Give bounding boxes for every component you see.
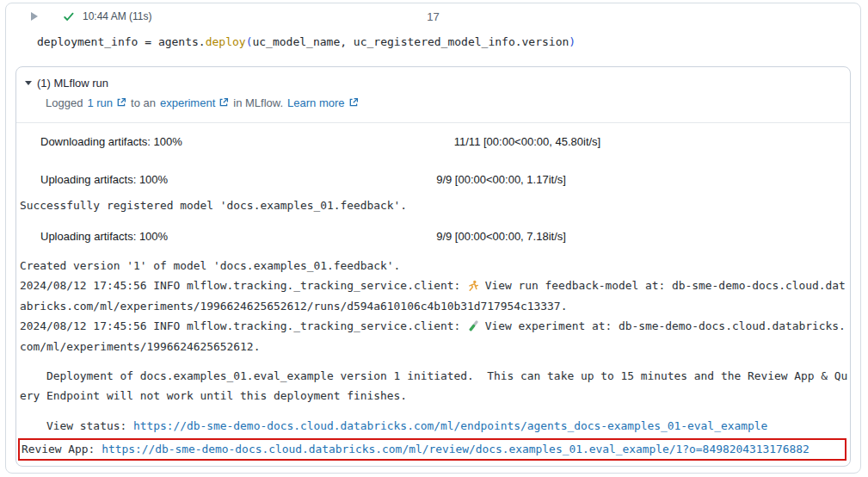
view-status-label: View status: xyxy=(20,419,133,432)
log-line-registered: Successfully registered model 'docs.exam… xyxy=(20,196,850,215)
progress-row-uploading-1: Uploading artifacts: 100% 9/9 [00:00<00:… xyxy=(40,170,850,188)
log-output-block: Created version '1' of model 'docs.examp… xyxy=(20,257,850,356)
to-an-text: to an xyxy=(131,96,156,109)
review-app-url-link[interactable]: https://db-sme-demo-docs.cloud.databrick… xyxy=(102,443,810,455)
log-deployment-message: Deployment of docs.examples_01.eval_exam… xyxy=(20,367,850,406)
test-tube-emoji xyxy=(467,319,478,338)
progress-label: Uploading artifacts: 100% xyxy=(40,173,168,186)
cell-header: 10:44 AM (11s) 17 xyxy=(6,3,860,29)
progress-row-downloading: Downloading artifacts: 100% 11/11 [00:00… xyxy=(40,133,850,150)
progress-label: Uploading artifacts: 100% xyxy=(40,230,168,243)
progress-stats: 9/9 [00:00<00:00, 7.18it/s] xyxy=(436,230,566,243)
notebook-cell: 10:44 AM (11s) 17 deployment_info = agen… xyxy=(5,3,861,474)
mlflow-run-title: (1) MLflow run xyxy=(37,77,108,90)
review-app-label: Review App: xyxy=(22,443,102,455)
learn-more-link[interactable]: Learn more xyxy=(287,96,344,109)
external-link-icon[interactable] xyxy=(219,97,229,108)
external-link-icon[interactable] xyxy=(116,97,126,108)
progress-bar xyxy=(175,170,429,188)
log-run-prefix: 2024/08/12 17:45:56 INFO mlflow.tracking… xyxy=(20,279,467,292)
progress-stats: 11/11 [00:00<00:00, 45.80it/s] xyxy=(454,135,600,148)
view-status-line: View status: https://db-sme-demo-docs.cl… xyxy=(20,417,850,436)
progress-row-uploading-2: Uploading artifacts: 100% 9/9 [00:00<00:… xyxy=(40,227,850,245)
progress-bar xyxy=(175,227,429,245)
runner-emoji xyxy=(467,278,478,297)
external-link-icon[interactable] xyxy=(348,97,359,108)
progress-label: Downloading artifacts: 100% xyxy=(40,135,182,148)
mlflow-logged-line: Logged 1 run to an experiment in MLflow.… xyxy=(46,95,850,110)
view-status-url-link[interactable]: https://db-sme-demo-docs.cloud.databrick… xyxy=(133,419,767,432)
code-function-token: deploy xyxy=(206,35,246,48)
cell-execution-number: 17 xyxy=(6,10,860,23)
cell-output-panel: (1) MLflow run Logged 1 run to an experi… xyxy=(15,66,851,467)
code-close-paren: ) xyxy=(569,35,576,48)
log-line-created: Created version '1' of model 'docs.examp… xyxy=(20,259,400,272)
progress-stats: 9/9 [00:00<00:00, 1.17it/s] xyxy=(436,173,566,186)
mlflow-run-collapse-header[interactable]: (1) MLflow run xyxy=(25,75,850,90)
code-editor-line[interactable]: deployment_info = agents.deploy(uc_model… xyxy=(37,34,860,50)
in-mlflow-text: in MLflow. xyxy=(233,96,283,109)
logged-text: Logged xyxy=(46,96,83,109)
log-experiment-prefix: 2024/08/12 17:45:56 INFO mlflow.tracking… xyxy=(20,319,467,332)
chevron-down-icon xyxy=(25,81,32,85)
output-divider xyxy=(16,122,850,123)
experiment-link[interactable]: experiment xyxy=(160,96,215,109)
progress-bar xyxy=(189,133,447,150)
code-args: uc_model_name, uc_registered_model_info.… xyxy=(252,35,569,48)
run-link[interactable]: 1 run xyxy=(87,96,113,109)
code-text: deployment_info = agents. xyxy=(37,35,206,48)
review-app-annotation-box: Review App: https://db-sme-demo-docs.clo… xyxy=(18,438,846,461)
